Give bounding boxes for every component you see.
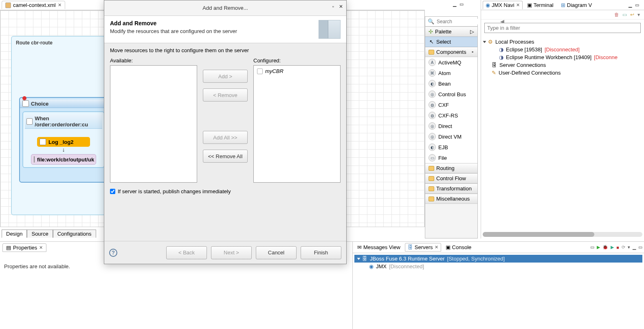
folder-icon (429, 166, 434, 171)
maximize-icon[interactable]: ▭ (635, 2, 639, 8)
tab-configurations[interactable]: Configurations (53, 230, 96, 238)
minimize-icon[interactable]: ▁ (633, 245, 636, 250)
console-icon: ▣ (446, 244, 451, 250)
finish-button[interactable]: Finish (301, 246, 341, 259)
close-icon[interactable]: ✕ (435, 245, 438, 250)
refresh-icon[interactable]: ↩ (630, 12, 634, 18)
palette-item[interactable]: ◐Bean (425, 78, 477, 89)
remove-all-button[interactable]: << Remove All (203, 150, 248, 163)
expand-icon[interactable] (483, 41, 486, 43)
servers-view: ✉ Messages View 🗄 Servers ✕ ▣ Console ▭ … (352, 241, 644, 329)
profile-icon[interactable]: ▶ (611, 245, 614, 250)
tab-properties[interactable]: ▤ Properties ✕ (2, 243, 46, 252)
maximize-icon[interactable]: ▭ (459, 2, 464, 7)
publish-checkbox-input[interactable] (110, 189, 115, 194)
maximize-icon[interactable]: ▭ (638, 245, 642, 250)
palette-misc-header[interactable]: Miscellaneous (425, 194, 477, 204)
available-listbox[interactable] (110, 65, 197, 183)
stop-icon[interactable]: ■ (616, 245, 619, 250)
tab-jmx-navi[interactable]: ◉ JMX Navi ✕ (483, 1, 523, 9)
breakpoint-icon[interactable] (22, 96, 26, 100)
palette-panel: 🔍 ◀ ✣Palette ▷ ↖ Select Components ⚬ AAc… (425, 16, 478, 238)
palette-components-header[interactable]: Components ⚬ (425, 47, 477, 57)
jmx-tree[interactable]: ⚙ Local Processes ◑ Eclipse [19538] [Dis… (481, 36, 644, 78)
palette-item[interactable]: ◍CXF-RS (425, 110, 477, 121)
server-icon: 🗄 (362, 256, 367, 262)
remove-button[interactable]: < Remove (203, 88, 248, 102)
tree-item-eclipse-2[interactable]: ◑ Eclipse Runtime Workbench [19409] [Dis… (483, 53, 642, 61)
jmx-filter-input[interactable] (484, 23, 641, 33)
chevron-right-icon[interactable]: ▷ (470, 29, 474, 35)
close-icon[interactable]: ✕ (516, 2, 520, 8)
minimize-icon[interactable]: ▁ (453, 2, 456, 7)
palette-select-tool[interactable]: ↖ Select (425, 37, 477, 47)
palette-transformation-header[interactable]: Transformation (425, 183, 477, 194)
window-restore-icon[interactable]: ▫ (332, 4, 334, 9)
delete-icon[interactable]: 🗑 (614, 12, 619, 18)
minimize-icon[interactable]: ▁ (629, 2, 632, 8)
next-button[interactable]: Next > (211, 246, 252, 259)
tab-source[interactable]: Source (27, 230, 53, 238)
palette-controlflow-header[interactable]: Control Flow (425, 173, 477, 183)
close-icon[interactable]: ✕ (58, 2, 62, 8)
menu-icon[interactable]: ▾ (637, 12, 640, 18)
servers-tree[interactable]: 🗄 JBoss Fuse 6.3 Runtime Server [Stopped… (353, 253, 644, 272)
help-icon[interactable]: ? (109, 249, 117, 257)
pin-icon[interactable]: ⚬ (471, 50, 474, 54)
tree-item-server-connections[interactable]: 🗄 Server Connections (483, 61, 642, 69)
palette-item[interactable]: AActiveMQ (425, 57, 477, 68)
close-icon[interactable]: ✕ (39, 245, 43, 250)
palette-header[interactable]: ✣Palette ▷ (425, 26, 477, 37)
palette-item[interactable]: ◐EJB (425, 142, 477, 152)
tab-terminal[interactable]: ▣ Terminal (524, 1, 556, 9)
dialog-titlebar[interactable]: Add and Remove... ▫ ✕ (104, 0, 346, 16)
tab-messages-view[interactable]: ✉ Messages View (354, 243, 403, 252)
palette-item[interactable]: ◎Control Bus (425, 89, 477, 99)
server-new-icon[interactable]: ▭ (590, 245, 594, 250)
log-node[interactable]: Log _log2 (37, 137, 90, 147)
tab-diagram-view[interactable]: ⊞ Diagram V (558, 1, 595, 9)
palette-component-list[interactable]: AActiveMQ ⌘Atom ◐Bean ◎Control Bus ◍CXF … (425, 57, 477, 163)
palette-item[interactable]: ⌘Atom (425, 68, 477, 78)
palette-routing-header[interactable]: Routing (425, 163, 477, 173)
menu-icon[interactable]: ▾ (628, 245, 630, 250)
start-icon[interactable]: ▶ (597, 245, 600, 250)
server-row-jmx[interactable]: ◉ JMX [Disconnected] (354, 263, 642, 270)
eclipse-icon: ◑ (499, 46, 503, 53)
back-button[interactable]: < Back (166, 246, 207, 259)
tree-item-eclipse-1[interactable]: ◑ Eclipse [19538] [Disconnected] (483, 46, 642, 53)
file-node[interactable]: file:work/cbr/output/uk (31, 154, 96, 165)
choice-node[interactable]: Choice When /order:order/order:cu Log _l… (19, 97, 108, 183)
editor-tab-camel-context[interactable]: camel-context.xml ✕ (2, 1, 65, 9)
add-button[interactable]: Add > (203, 70, 248, 83)
configured-item[interactable]: myCBR (255, 67, 338, 75)
component-icon: ◎ (429, 133, 436, 140)
jmx-h-scrollbar[interactable] (483, 232, 642, 237)
tree-item-user-connections[interactable]: ✎ User-Defined Connections (483, 69, 642, 77)
new-connection-icon[interactable]: ▭ (622, 12, 627, 18)
palette-search[interactable]: 🔍 ◀ (425, 17, 477, 26)
tab-design[interactable]: Design (2, 230, 27, 238)
when-node[interactable]: When /order:order/order:cu Log _log2 ↓ f… (22, 111, 105, 168)
server-row-jboss-fuse[interactable]: 🗄 JBoss Fuse 6.3 Runtime Server [Stopped… (354, 255, 642, 263)
server-banner-icon (319, 20, 341, 39)
palette-item[interactable]: ◍CXF (425, 99, 477, 110)
palette-item[interactable]: ◎Direct VM (425, 131, 477, 142)
route-container[interactable]: Route cbr-route Choice When /order:order… (11, 36, 109, 215)
component-icon: ▭ (429, 154, 436, 161)
publish-icon[interactable]: ⟳ (622, 245, 625, 250)
tab-console[interactable]: ▣ Console (443, 243, 475, 252)
scrollbar-thumb[interactable] (483, 232, 594, 237)
debug-icon[interactable]: 🐞 (602, 245, 608, 250)
add-all-button[interactable]: Add All >> (203, 131, 248, 144)
configured-listbox[interactable]: myCBR (253, 65, 341, 183)
publish-immediately-checkbox[interactable]: If server is started, publish changes im… (110, 188, 341, 194)
folder-icon (429, 186, 434, 191)
palette-item[interactable]: ▭File (425, 152, 477, 163)
tree-item-local-processes[interactable]: ⚙ Local Processes (483, 38, 642, 46)
window-close-icon[interactable]: ✕ (339, 4, 343, 9)
palette-item[interactable]: ◎Direct (425, 121, 477, 131)
expand-icon[interactable] (357, 258, 360, 260)
tab-servers[interactable]: 🗄 Servers ✕ (405, 243, 441, 252)
cancel-button[interactable]: Cancel (256, 246, 297, 259)
